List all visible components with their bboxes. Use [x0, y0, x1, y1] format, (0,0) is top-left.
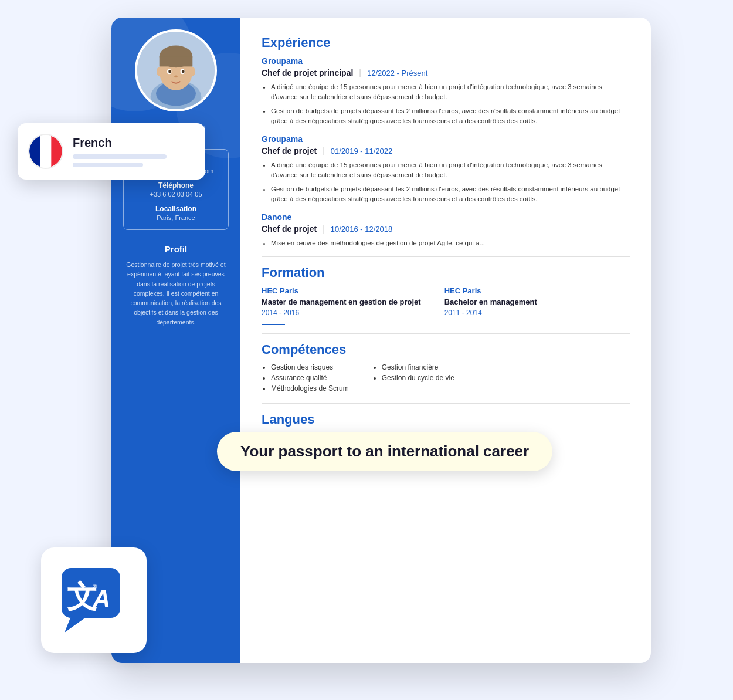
scene: Contact Email remy.larroque@email.com Té… — [0, 0, 733, 700]
avatar — [135, 29, 217, 111]
section-divider-3 — [262, 403, 630, 404]
svg-rect-6 — [160, 56, 193, 66]
contact-phone: Téléphone +33 6 02 03 04 05 — [131, 181, 221, 198]
flag-circle — [28, 134, 63, 169]
phone-title: Téléphone — [131, 181, 221, 190]
job-header-3: Chef de projet | 10/2016 - 12/2018 — [262, 224, 630, 234]
profil-section: Profil Gestionnaire de projet très motiv… — [111, 244, 240, 327]
svg-point-11 — [174, 75, 178, 77]
experience-title: Expérience — [262, 35, 630, 50]
job-date-1: 12/2022 - Présent — [367, 69, 427, 77]
formation-school-1: HEC Paris — [262, 286, 421, 295]
formation-year-2: 2011 - 2014 — [444, 309, 537, 317]
french-card-bar1 — [73, 154, 167, 159]
formation-separator — [262, 324, 285, 325]
cv-card: Contact Email remy.larroque@email.com Té… — [111, 18, 651, 663]
translate-card: 文 A ↗ — [41, 547, 147, 653]
svg-marker-20 — [65, 618, 85, 633]
bullet-2-1: A dirigé une équipe de 15 personnes pour… — [271, 160, 630, 181]
job-title-1: Chef de projet principal — [262, 68, 353, 77]
bullet-2-2: Gestion de budgets de projets dépassant … — [271, 184, 630, 205]
company-2: Groupama — [262, 134, 630, 144]
bullet-1-2: Gestion de budgets de projets dépassant … — [271, 106, 630, 127]
svg-point-13 — [190, 67, 195, 76]
job-date-2: 01/2019 - 11/2022 — [331, 147, 393, 155]
bullet-1-1: A dirigé une équipe de 15 personnes pour… — [271, 82, 630, 103]
french-card-bar2 — [73, 163, 143, 167]
passport-banner: Your passport to an international career — [217, 432, 552, 471]
svg-point-10 — [182, 70, 185, 73]
formation-degree-2: Bachelor en management — [444, 297, 537, 306]
competences-grid: Gestion des risques Assurance qualité Mé… — [262, 363, 630, 395]
svg-point-12 — [157, 67, 162, 76]
job-bullets-3: Mise en œuvre des méthodologies de gesti… — [271, 238, 630, 248]
comp-4: Gestion financière — [382, 363, 454, 371]
job-title-2: Chef de projet — [262, 146, 317, 155]
company-3: Danone — [262, 212, 630, 222]
passport-banner-text: Your passport to an international career — [240, 442, 529, 461]
svg-rect-18 — [51, 135, 62, 168]
comp-1: Gestion des risques — [271, 363, 349, 371]
formation-title: Formation — [262, 265, 630, 280]
cv-main: Expérience Groupama Chef de projet princ… — [240, 18, 651, 663]
competences-col2: Gestion financière Gestion du cycle de v… — [372, 363, 454, 395]
svg-text:↗: ↗ — [89, 581, 98, 593]
french-card-title: French — [73, 136, 167, 150]
job-bullets-1: A dirigé une équipe de 15 personnes pour… — [271, 82, 630, 126]
job-title-3: Chef de projet — [262, 224, 317, 234]
competences-col1: Gestion des risques Assurance qualité Mé… — [262, 363, 349, 395]
divider-1: | — [359, 68, 361, 77]
comp-3: Méthodologies de Scrum — [271, 384, 349, 393]
translate-icon: 文 A ↗ — [59, 565, 129, 635]
job-header-2: Chef de projet | 01/2019 - 11/2022 — [262, 146, 630, 155]
profil-text: Gestionnaire de projet très motivé et ex… — [123, 260, 229, 327]
formation-school-2: HEC Paris — [444, 286, 537, 295]
comp-2: Assurance qualité — [271, 374, 349, 382]
svg-rect-16 — [29, 135, 40, 168]
formation-item-2: HEC Paris Bachelor en management 2011 - … — [444, 286, 537, 317]
location-title: Localisation — [131, 205, 221, 213]
job-header-1: Chef de projet principal | 12/2022 - Pré… — [262, 68, 630, 77]
job-date-3: 10/2016 - 12/2018 — [331, 225, 393, 234]
profil-title: Profil — [123, 244, 229, 254]
section-divider-1 — [262, 256, 630, 257]
divider-2: | — [323, 146, 325, 155]
location-value: Paris, France — [131, 214, 221, 221]
formation-degree-1: Master de management en gestion de proje… — [262, 297, 421, 306]
phone-value: +33 6 02 03 04 05 — [131, 191, 221, 198]
company-1: Groupama — [262, 56, 630, 66]
comp-5: Gestion du cycle de vie — [382, 374, 454, 382]
svg-point-9 — [168, 70, 171, 73]
job-bullets-2: A dirigé une équipe de 15 personnes pour… — [271, 160, 630, 204]
competences-title: Compétences — [262, 342, 630, 357]
french-card: French — [18, 123, 205, 180]
contact-location: Localisation Paris, France — [131, 205, 221, 221]
bullet-3-1: Mise en œuvre des méthodologies de gesti… — [271, 238, 630, 248]
formation-item-1: HEC Paris Master de management en gestio… — [262, 286, 421, 317]
langues-title: Langues — [262, 412, 630, 427]
french-card-content: French — [73, 136, 167, 167]
svg-rect-17 — [40, 135, 52, 168]
formation-year-1: 2014 - 2016 — [262, 309, 421, 317]
formation-grid: HEC Paris Master de management en gestio… — [262, 286, 630, 317]
divider-3: | — [323, 224, 325, 234]
section-divider-2 — [262, 333, 630, 334]
